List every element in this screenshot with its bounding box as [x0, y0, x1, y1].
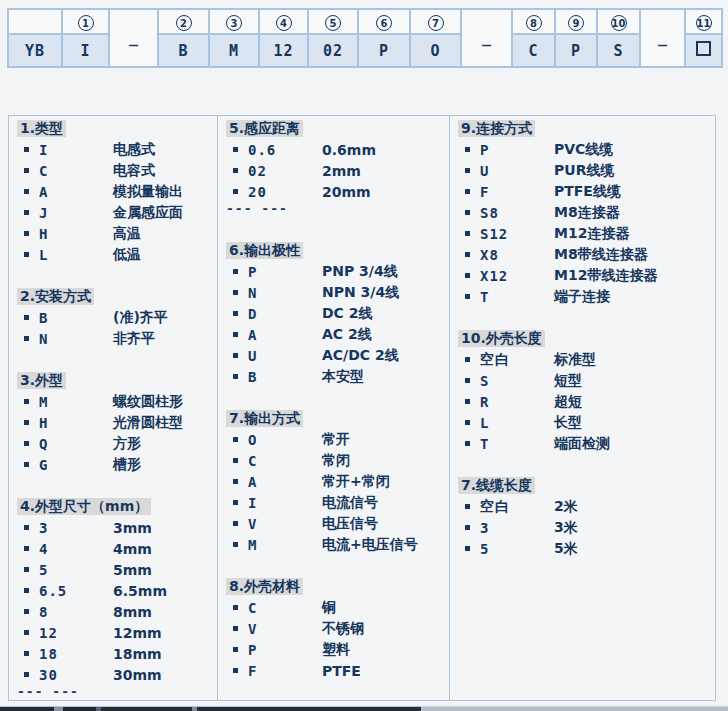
item-code: F — [480, 184, 554, 200]
model-code-text: B — [178, 42, 188, 60]
item-code: O — [248, 432, 322, 448]
item-code: 空白 — [480, 351, 554, 369]
model-position-header-cell: 11 — [685, 9, 722, 34]
item-description: M8连接器 — [554, 204, 620, 222]
model-code-text: P — [379, 42, 389, 60]
item-description: 2mm — [322, 163, 361, 179]
bullet-square-icon — [233, 521, 238, 526]
bullet-square-icon — [233, 374, 238, 379]
legend-item: A常开+常闭 — [226, 471, 449, 492]
item-description: 4mm — [113, 541, 152, 557]
bullet-square-icon — [465, 294, 470, 299]
bullet-square-icon — [24, 420, 29, 425]
item-description: 3米 — [554, 519, 578, 537]
item-code: U — [248, 348, 322, 364]
model-code-cell: P — [555, 34, 597, 67]
model-position-header-cell: 7 — [410, 9, 461, 34]
legend-item: P塑料 — [226, 639, 449, 660]
section-title-text: 8.外壳材料 — [226, 578, 303, 595]
model-code-text: 12 — [273, 42, 293, 60]
bullet-square-icon — [24, 231, 29, 236]
item-code: 4 — [39, 541, 113, 557]
ellipsis-row: --- --- — [226, 202, 449, 219]
item-code: M — [39, 394, 113, 410]
item-code: C — [248, 600, 322, 616]
item-code: J — [39, 205, 113, 221]
item-description: 端面检测 — [554, 435, 610, 453]
section-title-text: 9.连接方式 — [458, 120, 535, 137]
legend-item: C电容式 — [17, 160, 217, 181]
item-description: 2米 — [554, 498, 578, 516]
item-description: DC 2线 — [322, 305, 373, 323]
item-code: M — [248, 537, 322, 553]
item-description: 不锈钢 — [322, 620, 364, 638]
section-title: 10.外壳长度 — [458, 328, 715, 349]
bullet-square-icon — [24, 588, 29, 593]
item-description: 30mm — [113, 667, 162, 683]
model-code-table: 1_234567_8910_11 YBIBM1202POCPS — [7, 8, 723, 68]
item-code: N — [39, 331, 113, 347]
bullet-square-icon — [24, 189, 29, 194]
bullet-square-icon — [24, 672, 29, 677]
item-description: 低温 — [113, 246, 141, 264]
legend-item: L长型 — [458, 412, 715, 433]
item-code: V — [248, 621, 322, 637]
section-title: 5.感应距离 — [226, 118, 449, 139]
bullet-square-icon — [24, 252, 29, 257]
item-description: 6.5mm — [113, 583, 167, 599]
bullet-square-icon — [24, 336, 29, 341]
legend-item: N非齐平 — [17, 328, 217, 349]
item-code: S — [480, 373, 554, 389]
legend-item: X8M8带线连接器 — [458, 244, 715, 265]
legend-item: PPNP 3/4线 — [226, 261, 449, 282]
model-position-header-cell: 2 — [158, 9, 209, 34]
item-code: X8 — [480, 247, 554, 263]
item-code: S8 — [480, 205, 554, 221]
model-separator-cell: _ — [461, 9, 512, 67]
item-code: A — [248, 474, 322, 490]
legend-item: S12M12连接器 — [458, 223, 715, 244]
item-description: 5米 — [554, 540, 578, 558]
bullet-square-icon — [24, 651, 29, 656]
section-title: 9.连接方式 — [458, 118, 715, 139]
legend-item: T端子连接 — [458, 286, 715, 307]
item-code: H — [39, 226, 113, 242]
item-code: T — [480, 289, 554, 305]
bullet-square-icon — [465, 420, 470, 425]
item-description: 0.6mm — [322, 142, 376, 158]
bullet-square-icon — [465, 210, 470, 215]
legend-section: 4.外型尺寸（mm）33mm44mm55mm6.56.5mm88mm1212mm… — [17, 496, 217, 700]
legend-item: G槽形 — [17, 454, 217, 475]
item-description: PUR线缆 — [554, 162, 614, 180]
model-code-cell — [685, 34, 722, 67]
legend-section: 6.输出极性PPNP 3/4线NNPN 3/4线DDC 2线AAC 2线UAC/… — [226, 240, 449, 387]
bullet-square-icon — [24, 147, 29, 152]
item-code: Q — [39, 436, 113, 452]
bullet-square-icon — [24, 630, 29, 635]
legend-column-1: 1.类型I电感式C电容式A模拟量输出J金属感应面H高温L低温2.安装方式B(准)… — [9, 116, 218, 700]
model-code-cell: C — [512, 34, 555, 67]
item-code: 30 — [39, 667, 113, 683]
legend-item: M电流+电压信号 — [226, 534, 449, 555]
legend-item: FPTFE线缆 — [458, 181, 715, 202]
circled-number-badge: 11 — [696, 15, 712, 31]
item-code: P — [248, 642, 322, 658]
section-title: 8.外壳材料 — [226, 576, 449, 597]
item-description: 端子连接 — [554, 288, 610, 306]
model-position-header-cell: 4 — [259, 9, 308, 34]
item-code: B — [248, 369, 322, 385]
bullet-square-icon — [233, 168, 238, 173]
legend-item: S8M8连接器 — [458, 202, 715, 223]
item-description: 电流信号 — [322, 494, 378, 512]
item-code: P — [480, 142, 554, 158]
item-description: 电流+电压信号 — [322, 536, 418, 554]
item-code: I — [39, 142, 113, 158]
item-description: AC/DC 2线 — [322, 347, 399, 365]
item-code: X12 — [480, 268, 554, 284]
legend-section: 10.外壳长度空白标准型S短型R超短L长型T端面检测 — [458, 328, 715, 454]
item-description: 光滑圆柱型 — [113, 414, 183, 432]
model-code-cell: P — [358, 34, 410, 67]
separator-underscore: _ — [482, 29, 491, 47]
item-description: 模拟量输出 — [113, 183, 183, 201]
legend-item: X12M12带线连接器 — [458, 265, 715, 286]
